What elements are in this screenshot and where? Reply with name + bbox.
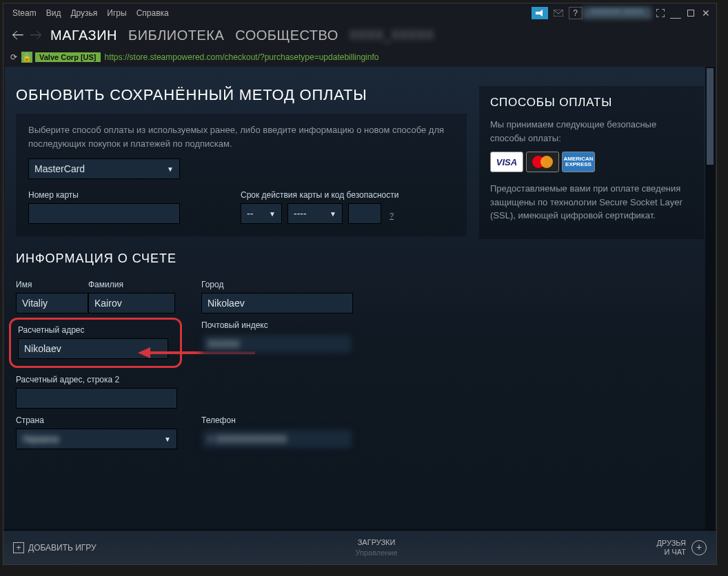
cert-badge: Valve Corp [US] bbox=[35, 52, 101, 62]
expiry-year-select[interactable]: ----▼ bbox=[287, 203, 343, 224]
firstname-label: Имя bbox=[16, 280, 88, 289]
forward-button[interactable]: 🡢 bbox=[27, 26, 45, 44]
navbar: 🡠 🡢 МАГАЗИН БИБЛИОТЕКА СООБЩЕСТВО XXXX_X… bbox=[3, 23, 716, 48]
ssl-text: Предоставляемые вами при оплате сведения… bbox=[490, 182, 693, 223]
payment-section: Выберите способ оплаты из используемых р… bbox=[16, 114, 467, 236]
lastname-input[interactable]: Kairov bbox=[88, 293, 175, 313]
menu-help[interactable]: Справка bbox=[132, 8, 174, 18]
tab-profile[interactable]: XXXX_XXXXX bbox=[344, 28, 440, 43]
inbox-icon[interactable] bbox=[550, 7, 567, 19]
help-icon[interactable]: ? bbox=[569, 7, 583, 19]
chevron-down-icon: ▼ bbox=[167, 165, 174, 173]
friends-plus-icon[interactable]: + bbox=[691, 540, 707, 555]
plus-icon[interactable]: + bbox=[13, 542, 24, 553]
country-label: Страна bbox=[16, 415, 178, 425]
billing-addr-label: Расчетный адрес bbox=[18, 325, 173, 335]
payment-method-value: MasterCard bbox=[34, 163, 85, 174]
payment-methods-box: СПОСОБЫ ОПЛАТЫ Мы принимаем следующие бе… bbox=[479, 86, 704, 239]
lock-icon: 🔒 bbox=[21, 52, 32, 63]
phone-input[interactable]: + XXXXXXXXXXX bbox=[201, 429, 353, 449]
billing-addr-input[interactable]: Nikolaev bbox=[18, 338, 168, 359]
content: ОБНОВИТЬ СОХРАНЁННЫЙ МЕТОД ОПЛАТЫ Выбери… bbox=[5, 67, 715, 530]
titlebar: Steam Вид Друзья Игры Справка ? XXXXXX X… bbox=[3, 3, 716, 23]
scrollbar[interactable] bbox=[705, 67, 715, 530]
billing-addr2-input[interactable] bbox=[16, 388, 177, 409]
svg-rect-0 bbox=[688, 10, 694, 17]
tab-community[interactable]: СООБЩЕСТВО bbox=[230, 28, 344, 43]
expiry-month-select[interactable]: --▼ bbox=[241, 203, 282, 224]
tab-store[interactable]: МАГАЗИН bbox=[45, 28, 123, 43]
city-input[interactable]: Nikolaev bbox=[201, 293, 353, 313]
side-title: СПОСОБЫ ОПЛАТЫ bbox=[490, 96, 693, 110]
menu-steam[interactable]: Steam bbox=[8, 8, 41, 18]
payment-method-select[interactable]: MasterCard ▼ bbox=[28, 158, 180, 179]
postal-label: Почтовый индекс bbox=[201, 320, 353, 330]
account-dropdown[interactable]: XXXXXX XXXX bbox=[583, 7, 651, 19]
downloads-sub[interactable]: Управление bbox=[97, 548, 657, 557]
menu-games[interactable]: Игры bbox=[102, 8, 131, 18]
card-number-input[interactable] bbox=[28, 203, 180, 224]
add-game-button[interactable]: ДОБАВИТЬ ИГРУ bbox=[28, 543, 97, 553]
amex-icon: AMERICANEXPRESS bbox=[562, 152, 595, 172]
phone-label: Телефон bbox=[201, 415, 353, 425]
highlight-annotation: Расчетный адрес Nikolaev bbox=[9, 318, 182, 368]
close-button[interactable]: ✕ bbox=[700, 7, 712, 19]
tab-library[interactable]: БИБЛИОТЕКА bbox=[123, 28, 230, 43]
lastname-label: Фамилия bbox=[88, 280, 178, 289]
friends-chat-button[interactable]: ДРУЗЬЯ И ЧАТ bbox=[656, 539, 686, 555]
fullscreen-icon[interactable] bbox=[654, 7, 667, 19]
back-button[interactable]: 🡠 bbox=[9, 26, 27, 44]
intro-text: Выберите способ оплаты из используемых р… bbox=[28, 123, 454, 150]
urlbar: ⟳ 🔒 Valve Corp [US] https://store.steamp… bbox=[3, 48, 716, 67]
announce-icon[interactable] bbox=[532, 7, 548, 19]
menu-view[interactable]: Вид bbox=[41, 8, 66, 18]
url-text: https://store.steampowered.com/checkout/… bbox=[105, 52, 379, 62]
firstname-input[interactable]: Vitaliy bbox=[16, 293, 88, 313]
cvv-input[interactable] bbox=[348, 203, 381, 224]
country-select[interactable]: Украина▼ bbox=[16, 429, 177, 449]
accept-text: Мы принимаем следующие безопасные способ… bbox=[490, 118, 693, 145]
page-title: ОБНОВИТЬ СОХРАНЁННЫЙ МЕТОД ОПЛАТЫ bbox=[16, 86, 467, 104]
footer: + ДОБАВИТЬ ИГРУ ЗАГРУЗКИ Управление ДРУЗ… bbox=[3, 530, 716, 564]
minimize-button[interactable]: __ bbox=[669, 7, 682, 19]
mastercard-icon bbox=[526, 152, 559, 172]
cvv-help-icon[interactable]: ? bbox=[390, 212, 394, 220]
billing-addr2-label: Расчетный адрес, строка 2 bbox=[16, 375, 178, 384]
maximize-button[interactable] bbox=[685, 7, 697, 19]
city-label: Город bbox=[201, 280, 353, 289]
card-number-label: Номер карты bbox=[28, 190, 180, 200]
downloads-label[interactable]: ЗАГРУЗКИ bbox=[97, 537, 657, 547]
visa-icon: VISA bbox=[490, 152, 523, 172]
billing-title: ИНФОРМАЦИЯ О СЧЕТЕ bbox=[16, 251, 467, 266]
refresh-icon[interactable]: ⟳ bbox=[10, 52, 17, 62]
menu-friends[interactable]: Друзья bbox=[65, 8, 102, 18]
postal-input[interactable]: XXXXX bbox=[201, 333, 353, 354]
expiry-label: Срок действия карты и код безопасности bbox=[241, 190, 398, 200]
